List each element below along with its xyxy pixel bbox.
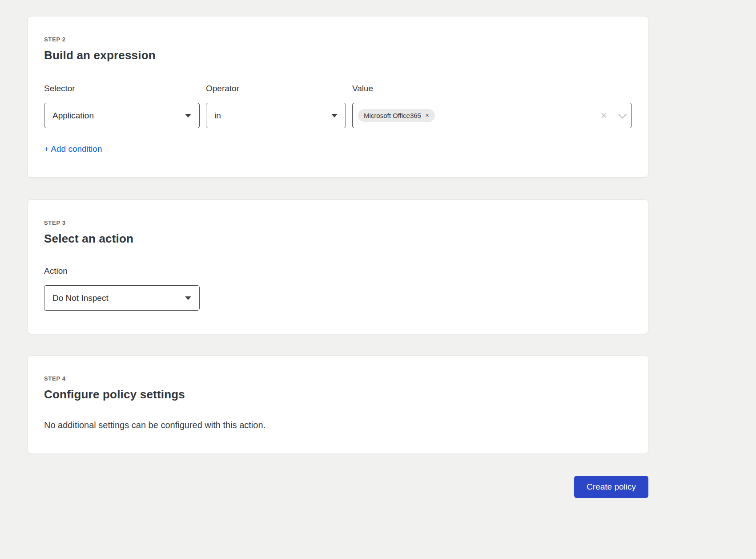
value-controls: ✕ — [600, 112, 624, 120]
value-multiselect[interactable]: Microsoft Office365 ✕ ✕ — [352, 103, 632, 128]
add-condition-link[interactable]: + Add condition — [44, 144, 102, 154]
step2-title: Build an expression — [44, 49, 632, 62]
step3-card: STEP 3 Select an action Action Do Not In… — [28, 199, 648, 334]
step2-card: STEP 2 Build an expression Selector Appl… — [28, 16, 648, 178]
step2-label: STEP 2 — [44, 36, 632, 43]
caret-down-icon — [185, 114, 191, 117]
create-policy-button[interactable]: Create policy — [574, 476, 648, 498]
selector-dropdown[interactable]: Application — [44, 103, 200, 128]
value-tag: Microsoft Office365 ✕ — [358, 109, 435, 122]
caret-down-icon — [331, 114, 338, 117]
remove-tag-icon[interactable]: ✕ — [425, 113, 429, 118]
caret-down-icon — [185, 296, 191, 300]
selector-field-group: Selector Application — [44, 84, 200, 128]
policy-builder-page: STEP 2 Build an expression Selector Appl… — [28, 0, 648, 534]
step4-label: STEP 4 — [44, 375, 632, 382]
operator-label: Operator — [206, 84, 346, 93]
action-dropdown[interactable]: Do Not Inspect — [44, 285, 200, 311]
clear-selection-icon[interactable]: ✕ — [600, 112, 607, 120]
selector-dropdown-value: Application — [52, 111, 94, 121]
step4-card: STEP 4 Configure policy settings No addi… — [28, 355, 648, 454]
action-field-group: Action Do Not Inspect — [44, 266, 632, 311]
settings-note: No additional settings can be configured… — [44, 420, 632, 430]
step4-title: Configure policy settings — [44, 388, 632, 401]
action-label: Action — [44, 266, 632, 276]
chevron-down-icon[interactable] — [618, 110, 626, 118]
step3-title: Select an action — [44, 232, 632, 246]
action-dropdown-value: Do Not Inspect — [52, 293, 109, 303]
value-field-group: Value Microsoft Office365 ✕ ✕ — [352, 84, 632, 128]
footer-actions: Create policy — [28, 476, 648, 534]
value-tag-list: Microsoft Office365 ✕ — [358, 109, 600, 122]
operator-dropdown[interactable]: in — [206, 103, 346, 128]
selector-label: Selector — [44, 84, 200, 93]
expression-row: Selector Application Operator in Value — [44, 84, 632, 128]
operator-field-group: Operator in — [206, 84, 346, 128]
value-tag-label: Microsoft Office365 — [364, 112, 421, 119]
operator-dropdown-value: in — [214, 111, 221, 121]
step3-label: STEP 3 — [44, 219, 632, 226]
value-label: Value — [352, 84, 632, 93]
